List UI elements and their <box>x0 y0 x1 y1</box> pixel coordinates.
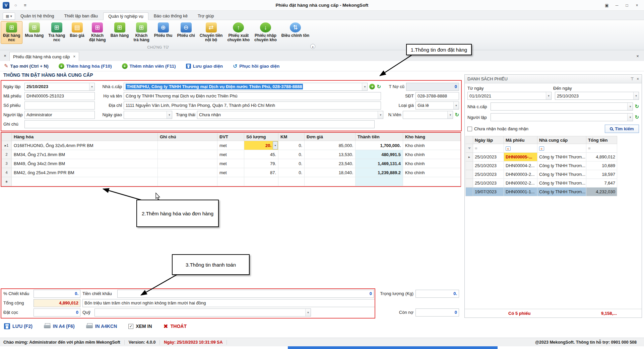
trang-thai-field[interactable]: Chưa nhận ▾ <box>197 111 383 119</box>
fullscreen-icon[interactable]: ▣ <box>602 2 611 9</box>
ck-money-field[interactable]: 0 <box>117 290 374 298</box>
item-note-cell[interactable] <box>158 150 217 159</box>
item-km-cell[interactable]: 0. <box>278 168 305 177</box>
item-unit-cell[interactable] <box>217 177 244 186</box>
collapse-ribbon-icon[interactable]: ▴ <box>310 44 315 49</box>
item-name-cell[interactable]: BM49, Ống 34x2.0mm BM <box>12 159 158 168</box>
receipt-supplier-cell[interactable]: Công ty TNHH Thươn... <box>537 170 586 179</box>
item-name-cell[interactable]: BM34, Ống 27x1.8mm BM <box>12 150 158 159</box>
table-row[interactable]: 25/10/2023 DHN00002-2... Công ty TNHH Th… <box>466 179 617 188</box>
receipt-supplier-cell[interactable]: Công ty TNHH Thươn... <box>537 153 586 161</box>
toolbar-khach-dat-hang[interactable]: ⊞ Kháchđặt hàng <box>87 21 108 44</box>
col-so-luong[interactable]: Số lượng <box>244 133 278 141</box>
item-qty-cell[interactable]: 45. <box>244 150 278 159</box>
table-row[interactable]: 25/10/2023 DHN00004-2... Công ty TNHH Th… <box>466 161 617 170</box>
chevron-down-icon[interactable]: ▾ <box>633 92 639 99</box>
item-note-cell[interactable] <box>158 168 217 177</box>
col-tong-tien[interactable]: Tổng tiền <box>586 136 617 144</box>
item-km-cell[interactable] <box>278 177 305 186</box>
nha-ccap-field[interactable]: THIENPHU, Công ty TNHH Thương mại Dịch v… <box>124 83 368 91</box>
preview-checkbox[interactable]: ✓ XEM IN <box>128 324 152 329</box>
item-qty-cell[interactable]: 79. <box>244 159 278 168</box>
save-button[interactable]: LƯU (F2) <box>4 323 33 329</box>
item-total-cell[interactable]: 480,991.5 <box>356 150 403 159</box>
close-tab-icon[interactable]: × <box>73 54 75 59</box>
new-item-row[interactable]: ∗ <box>2 177 461 186</box>
dia-chi-field[interactable]: 1111 Nguyễn Văn Linh, Phường Tân Phong, … <box>124 101 381 110</box>
table-row[interactable]: ▸1 O168THUONG, Ống 32x5,4mm PPR BM met 2… <box>2 141 461 150</box>
nguoi-lap-field[interactable]: Administrator <box>24 111 95 119</box>
receipt-total-cell[interactable]: 4,890,012 <box>586 153 617 161</box>
chevron-down-icon[interactable]: ▾ <box>453 102 459 109</box>
receipt-date-cell[interactable]: 25/10/2023 <box>473 161 504 170</box>
receipt-supplier-cell[interactable]: Công ty TNHH Thươn... <box>537 188 586 196</box>
toolbar-mua-hang[interactable]: ⊞ Mua hàng <box>22 21 46 39</box>
filter-total-cell[interactable]: = <box>586 144 617 153</box>
item-warehouse-cell[interactable]: Kho chính <box>403 168 461 177</box>
item-km-cell[interactable]: 0. <box>278 150 305 159</box>
receipt-code-cell[interactable]: DHN00003-2... <box>504 170 537 179</box>
receipt-date-cell[interactable]: 19/07/2023 <box>473 188 504 196</box>
menu-icon[interactable]: ≡ <box>22 3 28 8</box>
item-name-cell[interactable] <box>12 177 158 186</box>
toolbar-phieu-xuat-chuyen-kho[interactable]: ↑ Phiếu xuấtchuyển kho <box>225 21 252 44</box>
item-price-cell[interactable]: 23,540. <box>305 159 356 168</box>
col-hang-hoa[interactable]: Hàng hóa <box>12 133 158 141</box>
den-ngay-field[interactable]: 25/10/2023 ▾ <box>555 92 639 100</box>
tab-thiet-lap-ban-dau[interactable]: Thiết lập ban đầu <box>59 12 102 20</box>
item-total-cell[interactable]: 1,700,000. <box>356 141 403 150</box>
table-row-selected[interactable]: 19/07/2023 DHN00001-1... Công ty TNHH Th… <box>466 188 617 196</box>
table-row[interactable]: 3 BM49, Ống 34x2.0mm BM met 79. 0. 23,54… <box>2 159 461 168</box>
receipt-date-cell[interactable]: 25/10/2023 <box>473 179 504 188</box>
item-total-cell[interactable] <box>356 177 403 186</box>
chevron-down-icon[interactable]: ▾ <box>362 83 367 90</box>
item-qty-cell[interactable]: 87. <box>244 168 278 177</box>
item-warehouse-cell[interactable]: Kho chính <box>403 150 461 159</box>
panel-nguoi-lap-field[interactable]: ▾ <box>491 113 633 121</box>
toolbar-bao-gia[interactable]: ▤ Báo giá <box>67 21 86 39</box>
save-layout-button[interactable]: Lưu giao diện <box>186 64 223 69</box>
receipt-supplier-cell[interactable]: Công ty TNHH Thươn... <box>537 161 586 170</box>
chevron-down-icon[interactable]: ▾ <box>167 111 172 119</box>
search-button[interactable]: Tìm kiếm <box>605 125 639 133</box>
sdt-field[interactable]: 028-3788-8888 <box>415 92 459 100</box>
toolbar-ban-hang[interactable]: ⊞ Bán hàng <box>108 21 131 39</box>
item-price-cell[interactable] <box>305 177 356 186</box>
chevron-down-icon[interactable]: ▾ <box>627 103 633 110</box>
receipt-code-cell[interactable]: DHN00004-2... <box>504 161 537 170</box>
table-row[interactable]: ▸ 25/10/2023 DHN00005-... Công ty TNHH T… <box>466 153 617 161</box>
col-nha-cung-cap[interactable]: Nhà cung cấp <box>537 136 586 144</box>
item-warehouse-cell[interactable] <box>403 177 461 186</box>
filter-supplier-cell[interactable]: c <box>537 144 586 153</box>
toolbar-phieu-thu[interactable]: ⊕ Phiếu thu <box>152 21 175 39</box>
receipt-total-cell[interactable]: 4,232,030 <box>586 188 617 196</box>
exit-button[interactable]: ✖ THOÁT <box>164 323 187 330</box>
item-total-cell[interactable]: 1,239,889.2 <box>356 168 403 177</box>
filter-code-cell[interactable]: c <box>504 144 537 153</box>
ma-phieu-field[interactable]: DHN00005-251023 <box>24 92 95 100</box>
receipt-supplier-cell[interactable]: Công ty TNHH Thươn... <box>537 179 586 188</box>
table-row[interactable]: 25/10/2023 DHN00003-2... Công ty TNHH Th… <box>466 170 617 179</box>
tu-ngay-field[interactable]: 01/10/2021 ▾ <box>467 92 552 100</box>
col-ngay-lap[interactable]: Ngày lập <box>473 136 504 144</box>
refresh-staff-icon[interactable]: ↻ <box>455 112 459 118</box>
fund-field[interactable]: ▾ <box>94 308 311 317</box>
restore-layout-button[interactable]: ↺ Phục hồi giao diện <box>233 63 279 69</box>
skin-selector-tab[interactable]: ▦ ▾ <box>3 12 15 20</box>
print-a4kcn-button[interactable]: IN A4KCN <box>86 323 117 329</box>
item-unit-cell[interactable]: met <box>217 159 244 168</box>
total-field[interactable]: 4,890,012 <box>34 299 80 307</box>
receipt-code-cell[interactable]: DHN00001-1... <box>504 188 537 196</box>
item-note-cell[interactable] <box>158 177 217 186</box>
chevron-down-icon[interactable]: ▾ <box>305 309 311 316</box>
minimize-icon[interactable]: ─ <box>613 2 621 9</box>
new-button[interactable]: ✎ Tạo mới (Ctrl + N) <box>4 63 49 69</box>
chevron-down-icon[interactable]: ▾ <box>273 141 278 149</box>
toolbar-khach-tra-hang[interactable]: ⊞ Kháchtrả hàng <box>131 21 151 44</box>
item-unit-cell[interactable]: met <box>217 141 244 150</box>
ngay-giao-field[interactable]: ▾ <box>124 111 172 119</box>
chevron-down-icon[interactable]: ▾ <box>627 114 633 121</box>
receipt-date-cell[interactable]: 25/10/2023 <box>473 170 504 179</box>
col-km[interactable]: KM <box>278 133 305 141</box>
close-all-tabs-icon[interactable]: × <box>1 52 9 59</box>
